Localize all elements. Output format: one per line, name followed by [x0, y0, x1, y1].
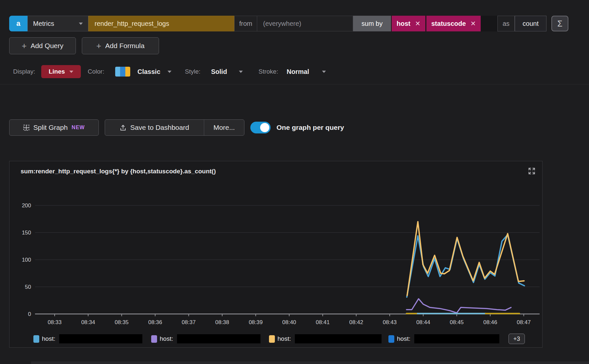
y-tick-label: 50 [25, 284, 31, 290]
metric-name-field[interactable]: render_http_request_logs [88, 16, 234, 31]
group-tag-host[interactable]: host✕ [392, 16, 425, 31]
add-query-label: Add Query [30, 42, 63, 50]
x-tick-label: 08:34 [81, 319, 95, 325]
legend-color-swatch [33, 335, 39, 343]
series-line [406, 299, 511, 313]
add-formula-button[interactable]: + Add Formula [82, 37, 159, 54]
x-tick-label: 08:41 [316, 319, 330, 325]
expand-graph-button[interactable] [527, 166, 536, 176]
section-divider [0, 84, 589, 84]
query-bar-spacer [481, 16, 497, 31]
display-type-value: Lines [49, 68, 65, 75]
style-value[interactable]: Solid [211, 65, 227, 78]
swatch-stripe [125, 67, 130, 77]
legend-host-label: host: [160, 335, 173, 342]
plus-icon: + [22, 42, 27, 50]
display-label: Display: [13, 65, 35, 78]
legend-host-label: host: [277, 335, 291, 342]
y-tick-label: 0 [28, 311, 31, 317]
add-formula-label: Add Formula [105, 42, 144, 50]
color-palette-swatch[interactable] [115, 67, 130, 77]
query-bar: a Metrics render_http_request_logs from … [9, 16, 546, 31]
add-query-button[interactable]: + Add Query [9, 37, 76, 54]
legend-redacted-value [414, 334, 499, 343]
more-button[interactable]: More... [204, 120, 244, 135]
x-tick-label: 08:42 [349, 319, 363, 325]
group-tags: host✕statuscode✕ [392, 16, 481, 31]
group-tag-statuscode[interactable]: statuscode✕ [426, 16, 481, 31]
save-to-dashboard-button[interactable]: Save to Dashboard [105, 120, 204, 135]
split-graph-button[interactable]: Split Graph NEW [9, 119, 99, 136]
remove-tag-icon[interactable]: ✕ [415, 20, 420, 27]
sigma-formula-button[interactable]: Σ [551, 16, 568, 31]
x-tick-label: 08:45 [450, 319, 464, 325]
x-tick-label: 08:38 [215, 319, 229, 325]
split-grid-icon [23, 125, 29, 131]
chart-panel: sum:render_http_request_logs{*} by {host… [9, 161, 543, 348]
legend-host-label: host: [397, 335, 410, 342]
x-tick-label: 08:40 [282, 319, 296, 325]
legend-item[interactable]: host: [33, 334, 142, 344]
as-count-dropdown[interactable]: count [515, 16, 546, 31]
x-tick-label: 08:36 [148, 319, 162, 325]
legend-color-swatch [151, 335, 157, 343]
chevron-down-icon[interactable] [239, 71, 243, 73]
legend-item[interactable]: host: [269, 334, 382, 344]
save-more-button-group: Save to Dashboard More... [105, 119, 244, 136]
x-tick-label: 08:33 [48, 319, 62, 325]
data-source-label: Metrics [33, 20, 54, 27]
y-tick-label: 150 [22, 230, 31, 236]
x-tick-label: 08:43 [383, 319, 397, 325]
group-tag-label: statuscode [431, 20, 466, 27]
chart-title: sum:render_http_request_logs{*} by {host… [21, 168, 216, 175]
chevron-down-icon[interactable] [168, 71, 171, 73]
display-options-row: Display: Lines Color: Classic Style: Sol… [0, 65, 589, 78]
series-line [407, 235, 524, 297]
stroke-value[interactable]: Normal [287, 65, 309, 78]
new-badge: NEW [72, 125, 85, 130]
color-value[interactable]: Classic [137, 65, 160, 78]
chevron-down-icon [69, 71, 73, 73]
one-graph-per-query-label: One graph per query [277, 119, 344, 136]
swatch-stripe [120, 67, 125, 77]
chevron-down-icon[interactable] [322, 71, 326, 73]
remove-tag-icon[interactable]: ✕ [471, 20, 476, 27]
legend-item[interactable]: host: [388, 334, 499, 344]
sum-by-label: sum by [353, 16, 391, 31]
legend-redacted-value [177, 334, 260, 343]
x-tick-label: 08:35 [115, 319, 129, 325]
legend-color-swatch [269, 335, 275, 343]
one-graph-per-query-toggle[interactable] [250, 122, 271, 133]
query-letter-badge[interactable]: a [9, 16, 27, 31]
legend-item[interactable]: host: [151, 334, 260, 344]
legend-redacted-value [59, 334, 142, 343]
upload-icon [120, 124, 126, 131]
as-label: as [497, 16, 515, 31]
swatch-stripe [115, 67, 120, 77]
style-label: Style: [185, 65, 201, 78]
bottom-edge-strip [31, 361, 589, 364]
chevron-down-icon [79, 23, 83, 25]
group-tag-label: host [397, 20, 410, 27]
legend-overflow-badge[interactable]: +3 [509, 334, 525, 344]
x-tick-label: 08:39 [249, 319, 263, 325]
y-tick-label: 200 [22, 202, 31, 209]
x-tick-label: 08:44 [416, 319, 430, 325]
y-tick-label: 100 [22, 257, 31, 263]
legend-host-label: host: [42, 335, 55, 342]
x-tick-label: 08:37 [182, 319, 196, 325]
expand-icon [527, 167, 536, 175]
x-tick-label: 08:46 [483, 319, 497, 325]
legend-redacted-value [295, 334, 382, 343]
color-label: Color: [88, 65, 104, 78]
plus-icon: + [96, 42, 101, 50]
timeseries-chart[interactable]: 05010015020008:3308:3408:3508:3608:3708:… [9, 184, 543, 331]
display-type-dropdown[interactable]: Lines [41, 65, 81, 78]
save-to-dashboard-label: Save to Dashboard [130, 124, 189, 131]
scope-filter-input[interactable]: (everywhere) [257, 16, 353, 31]
data-source-dropdown[interactable]: Metrics [27, 16, 88, 31]
x-tick-label: 08:47 [517, 319, 531, 325]
toggle-knob [260, 123, 269, 132]
legend: host:host:host:host: [9, 334, 543, 345]
split-graph-label: Split Graph [33, 124, 68, 131]
